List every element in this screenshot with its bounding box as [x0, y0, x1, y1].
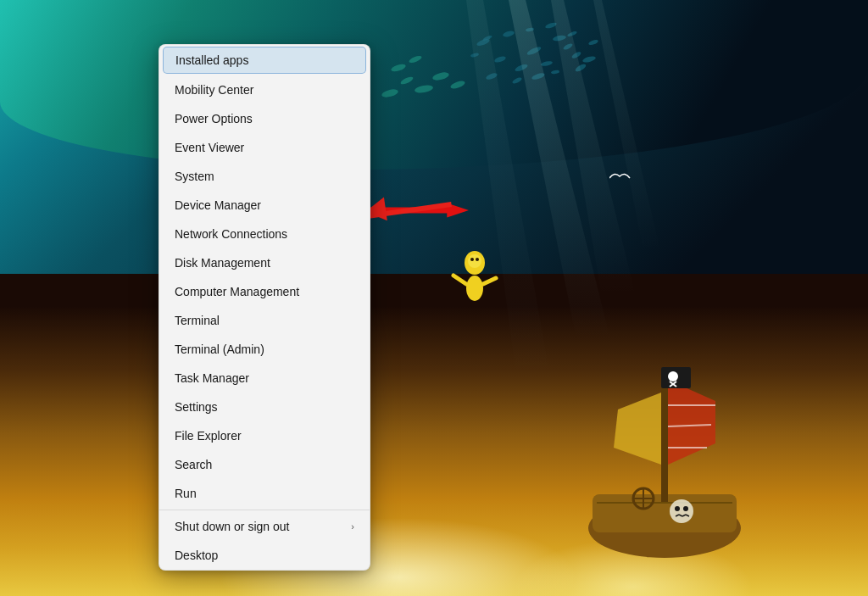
submenu-chevron-icon: › — [351, 521, 354, 532]
menu-item-event-viewer[interactable]: Event Viewer — [159, 133, 370, 162]
menu-item-network-connections[interactable]: Network Connections — [159, 220, 370, 248]
menu-item-power-options[interactable]: Power Options — [159, 104, 370, 133]
menu-item-installed-apps[interactable]: Installed apps — [163, 47, 366, 74]
menu-item-label: Run — [175, 487, 197, 500]
menu-item-device-manager[interactable]: Device Manager — [159, 191, 370, 220]
svg-line-61 — [483, 278, 496, 284]
menu-item-terminal[interactable]: Terminal — [159, 306, 370, 335]
menu-item-label: Computer Management — [175, 285, 299, 298]
menu-item-run[interactable]: Run — [159, 479, 370, 508]
menu-item-search[interactable]: Search — [159, 450, 370, 479]
context-menu: Installed apps Mobility Center Power Opt… — [159, 44, 370, 571]
menu-item-label: File Explorer — [175, 429, 242, 443]
menu-item-label: Installed apps — [175, 53, 248, 67]
svg-point-57 — [468, 254, 481, 268]
menu-item-label: Mobility Center — [175, 83, 253, 97]
svg-point-58 — [470, 258, 474, 261]
menu-separator — [159, 510, 370, 510]
character — [449, 246, 500, 314]
menu-item-file-explorer[interactable]: File Explorer — [159, 421, 370, 450]
menu-item-label: Shut down or sign out — [175, 520, 289, 533]
menu-item-computer-management[interactable]: Computer Management — [159, 277, 370, 306]
menu-item-label: Task Manager — [175, 371, 249, 385]
menu-item-label: Disk Management — [175, 256, 270, 270]
menu-item-label: Network Connections — [175, 227, 287, 241]
menu-item-settings[interactable]: Settings — [159, 393, 370, 421]
menu-item-label: Desktop — [175, 549, 218, 562]
menu-item-label: System — [175, 170, 214, 183]
menu-item-label: Terminal (Admin) — [175, 343, 264, 356]
svg-marker-62 — [367, 203, 469, 217]
background — [0, 0, 868, 596]
menu-item-label: Device Manager — [175, 198, 261, 212]
svg-point-56 — [466, 276, 483, 301]
menu-item-label: Search — [175, 458, 212, 471]
menu-item-label: Event Viewer — [175, 141, 244, 154]
menu-item-mobility-center[interactable]: Mobility Center — [159, 75, 370, 104]
light-rays — [0, 0, 868, 596]
menu-item-terminal-admin[interactable]: Terminal (Admin) — [159, 335, 370, 364]
menu-item-label: Settings — [175, 400, 218, 414]
menu-item-desktop[interactable]: Desktop — [159, 541, 370, 570]
svg-point-59 — [476, 258, 479, 261]
menu-item-shut-down[interactable]: Shut down or sign out › — [159, 512, 370, 541]
menu-item-system[interactable]: System — [159, 162, 370, 191]
menu-item-task-manager[interactable]: Task Manager — [159, 364, 370, 393]
menu-item-label: Terminal — [175, 314, 220, 327]
bird — [609, 170, 631, 182]
menu-item-disk-management[interactable]: Disk Management — [159, 248, 370, 277]
red-arrow-icon — [367, 200, 469, 220]
svg-line-60 — [453, 276, 466, 284]
menu-item-label: Power Options — [175, 112, 253, 125]
